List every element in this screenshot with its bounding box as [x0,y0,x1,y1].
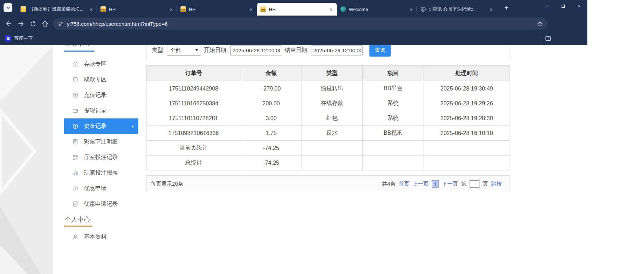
pagination-controls: 共4条 首页 上一页 1 下一页 第 页 跳转 [382,180,505,188]
new-tab-button[interactable]: + [502,3,511,13]
maximize-button[interactable] [555,0,571,12]
first-page-link[interactable]: 首页 [399,181,409,187]
tab-close-icon[interactable]: × [489,7,493,12]
cell-amount: 1.75 [241,126,302,141]
sidebar-item-withdraw-records[interactable]: 提现记录 [64,103,138,118]
sidebar-item-hall-bet-records[interactable]: 厅室投注记录 [64,150,138,165]
tab-close-icon[interactable]: × [329,7,333,12]
cell-project: 系统 [363,96,424,111]
cell-time: 2025-06-28 19:30:49 [424,81,510,96]
type-select[interactable]: 全部 [167,45,201,56]
gold-favicon-icon [260,6,266,12]
prev-page-link[interactable]: 上一页 [413,181,429,187]
cell-label: 总统计 [146,156,241,170]
cell-order-no: 1751110166250384 [146,96,241,111]
close-icon: × [578,4,581,9]
chevron-right-icon: › [132,122,138,130]
gold-favicon-icon [100,6,106,12]
personal-menu: 基本资料 [64,229,138,245]
table-header-row: 订单号 金额 类型 项目 处理时间 [146,66,510,81]
tab-hh-active[interactable]: HH × [257,3,337,16]
sidebar-item-profile[interactable]: 基本资料 [64,229,138,245]
forward-button[interactable] [15,18,27,30]
sidebar-item-label: 存款专区 [84,60,107,68]
document-icon [72,139,79,145]
gold-favicon-icon [180,6,186,12]
navigation-bar: yl756.com/hhcp/usercenter.html?iniType=6 [0,16,587,32]
tab-video-records[interactable]: :::视讯 会员下注纪录::: × [417,3,497,16]
personal-center-heading: 个人中心 [64,215,138,226]
cell-empty [363,141,424,156]
header-order-no: 订单号 [146,66,241,81]
tab-bar: 【新提醒】海燕策略论坛... × HH × HH × HH × Welcome [0,0,587,16]
sidebar-item-promo-apply[interactable]: 优惠申请 [64,181,138,196]
cell-type: 红包 [301,111,363,126]
start-date-label: 开始日期: [203,47,228,54]
cell-type: 反水 [301,126,363,141]
url-text: yl756.com/hhcp/usercenter.html?iniType=6 [67,21,168,27]
start-date-input[interactable] [230,45,282,56]
cell-empty [301,141,363,156]
tab-hh-1[interactable]: HH × [97,3,177,16]
tab-title: :::视讯 会员下注纪录::: [429,6,486,12]
sidebar-item-label: 基本资料 [84,233,107,241]
back-button[interactable] [3,18,15,30]
sidebar-item-funds-records[interactable]: 个人中心 资金记录 › [64,118,138,134]
tab-title: 【新提醒】海燕策略论坛... [29,6,86,12]
sidebar-item-recharge-records[interactable]: 充值记录 [64,87,138,103]
tab-close-icon[interactable]: × [169,7,173,12]
sidebar-item-label: 提现记录 [84,107,107,115]
jump-link[interactable]: 跳转 [491,181,502,187]
omnibox[interactable]: yl756.com/hhcp/usercenter.html?iniType=6 [53,18,548,30]
cell-project: BB平台 [363,81,424,96]
bookmark-baidu[interactable]: 百度一下 [14,35,33,42]
home-button[interactable] [39,18,51,30]
left-decoration [0,45,57,274]
sidebar-item-promo-apply-records[interactable]: 优惠申请记录 [64,196,138,212]
type-select-value: 全部 [170,47,180,54]
header-amount: 金额 [241,66,302,81]
cell-amount: -74.25 [241,141,302,156]
sidebar-item-lottery-bet-detail[interactable]: 彩票下注明细 [64,134,138,150]
table-row: 1751110166250384 200.00 在线存款 系统 2025-06-… [146,96,510,111]
bookmarks-bar: 百度一下 [0,32,587,45]
tab-title: Welcome [349,7,406,12]
sidebar-item-withdraw-zone[interactable]: 取款专区 [64,72,138,87]
close-window-button[interactable]: × [571,0,587,12]
tab-welcome[interactable]: Welcome × [337,3,417,16]
sidebar-item-player-bet-report[interactable]: 玩家投注报表 [64,165,138,181]
minimize-icon [545,6,549,6]
sidebar: 财务中心 存款专区 取款专区 充值记录 提现记录 个人中心 资金记录 [64,45,138,245]
current-page[interactable]: 1 [432,180,439,188]
page-jump-input[interactable] [470,180,479,188]
jump-suffix-label: 页 [483,181,488,187]
table-row-page-stats: 当前页统计 -74.25 [146,141,510,156]
minimize-button[interactable] [539,0,555,12]
tab-close-icon[interactable]: × [89,7,93,12]
query-button[interactable]: 查询 [369,45,391,57]
finance-menu: 存款专区 取款专区 充值记录 提现记录 个人中心 资金记录 › [64,56,138,212]
chevron-down-icon [6,6,10,10]
tab-forum[interactable]: 【新提醒】海燕策略论坛... × [17,3,97,16]
reload-button[interactable] [27,18,39,30]
tab-search-button[interactable] [4,3,12,12]
header-time: 处理时间 [424,66,510,81]
sidebar-item-label: 优惠申请记录 [84,200,118,208]
sidebar-item-label: 玩家投注报表 [84,169,118,177]
globe-favicon-icon [340,6,346,12]
next-page-link[interactable]: 下一页 [442,181,458,187]
sidebar-item-deposit-zone[interactable]: 存款专区 [64,56,138,72]
tab-close-icon[interactable]: × [249,7,253,12]
end-date-input[interactable] [311,45,363,56]
pagination-bar: 每页显示20条 共4条 首页 上一页 1 下一页 第 页 跳转 [146,175,510,192]
cell-type: 在线存款 [301,96,363,111]
tab-title: HH [109,7,166,12]
header-type: 类型 [301,66,363,81]
baidu-favicon-icon [5,35,11,42]
bookmark-star-icon[interactable] [536,20,544,27]
tab-close-icon[interactable]: × [409,7,413,12]
reload-icon [29,20,37,28]
side-panel-icon[interactable] [545,35,551,42]
tab-hh-2[interactable]: HH × [177,3,257,16]
cell-empty [424,156,510,170]
